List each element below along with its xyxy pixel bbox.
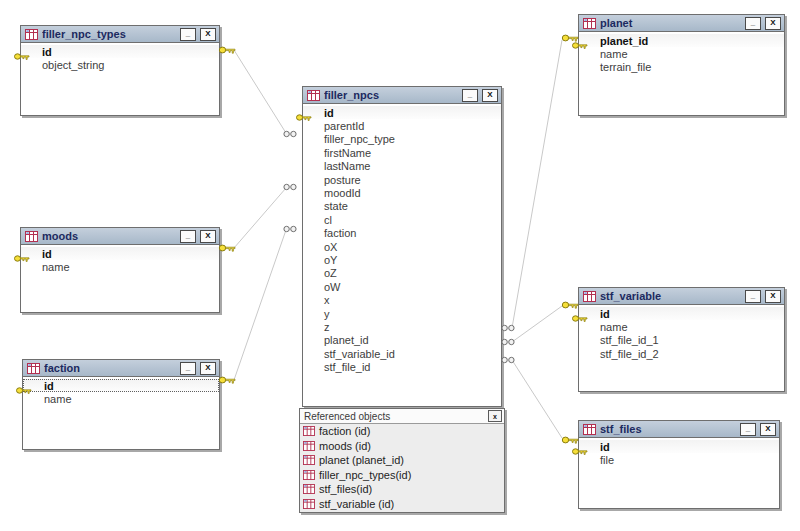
field-row[interactable]: oZ [303,267,501,280]
relationship-filler_npc_types-filler_npcs[interactable] [219,47,296,137]
minimize-button[interactable]: _ [740,423,756,436]
field-row[interactable]: id [579,307,784,320]
table-window-faction[interactable]: faction _ X id name [22,359,220,450]
field-name: faction [324,227,356,239]
field-name: file [600,454,614,466]
field-row[interactable]: lastName [303,160,501,173]
close-icon[interactable]: x [488,410,502,422]
field-row[interactable]: stf_variable_id [303,347,501,360]
field-row[interactable]: name [579,320,784,333]
close-button[interactable]: X [200,230,216,243]
field-name: object_string [42,59,104,71]
field-row[interactable]: posture [303,173,501,186]
field-row[interactable]: planet_id [303,334,501,347]
field-row[interactable]: y [303,307,501,320]
relationship-faction-filler_npcs[interactable] [219,226,296,383]
table-window-planet[interactable]: planet _ X planet_id name terrain_file [578,14,785,116]
field-row[interactable]: firstName [303,146,501,159]
table-icon [303,484,315,494]
field-list: id parentId filler_npc_type firstName la… [303,104,501,374]
referenced-objects-title: Referenced objects [304,411,488,422]
referenced-objects-header[interactable]: Referenced objects x [300,409,504,424]
field-list: id file [579,438,779,467]
field-row[interactable]: oX [303,240,501,253]
field-list: planet_id name terrain_file [579,32,784,74]
table-titlebar[interactable]: filler_npc_types _ X [21,26,219,43]
minimize-button[interactable]: _ [180,28,196,41]
field-row[interactable]: stf_file_id_2 [579,347,784,360]
close-button[interactable]: X [760,423,776,436]
table-titlebar[interactable]: filler_npcs _ X [303,87,501,104]
field-row[interactable]: state [303,200,501,213]
field-name: id [44,380,54,392]
referenced-object-item[interactable]: stf_variable (id) [300,497,504,512]
close-button[interactable]: X [765,17,781,30]
field-row[interactable]: stf_file_id_1 [579,334,784,347]
minimize-button[interactable]: _ [745,17,761,30]
table-icon [303,455,315,465]
table-title: planet [600,17,741,29]
close-button[interactable]: X [482,89,498,102]
field-row[interactable]: cl [303,213,501,226]
field-row[interactable]: name [23,392,219,405]
field-row[interactable]: object_string [21,58,219,71]
referenced-object-item[interactable]: stf_files(id) [300,482,504,497]
table-icon [303,441,315,451]
field-row[interactable]: id [21,247,219,260]
table-titlebar[interactable]: planet _ X [579,15,784,32]
field-row[interactable]: name [579,47,784,60]
table-titlebar[interactable]: stf_files _ X [579,421,779,438]
close-button[interactable]: X [200,362,216,375]
close-button[interactable]: X [200,28,216,41]
field-row[interactable]: name [21,260,219,273]
table-title: filler_npcs [324,89,458,101]
referenced-object-item[interactable]: faction (id) [300,424,504,439]
table-icon [583,424,596,435]
referenced-object-item[interactable]: filler_npc_types(id) [300,468,504,483]
table-title: stf_files [600,423,736,435]
referenced-objects-panel[interactable]: Referenced objects x faction (id) moods … [299,408,505,513]
close-button[interactable]: X [765,290,781,303]
table-titlebar[interactable]: stf_variable _ X [579,288,784,305]
relationship-stf_files-filler_npcs[interactable] [502,357,578,443]
field-row[interactable]: oW [303,280,501,293]
field-row[interactable]: id [303,106,501,119]
field-row[interactable]: z [303,320,501,333]
table-window-filler_npcs[interactable]: filler_npcs _ X id parentId filler_npc_t… [302,86,502,407]
referenced-object-item[interactable]: planet (planet_id) [300,453,504,468]
table-window-filler_npc_types[interactable]: filler_npc_types _ X id object_string [20,25,220,116]
relationship-planet-filler_npcs[interactable] [502,35,578,331]
field-row[interactable]: filler_npc_type [303,133,501,146]
diagram-canvas: { "diagram": { "window_buttons": { "mini… [0,0,800,531]
relationship-stf_variable-filler_npcs[interactable] [502,302,578,345]
referenced-object-item[interactable]: moods (id) [300,439,504,454]
table-window-stf_variable[interactable]: stf_variable _ X id name stf_file_id_1 s… [578,287,785,392]
minimize-button[interactable]: _ [180,230,196,243]
field-row[interactable]: id [23,379,219,392]
minimize-button[interactable]: _ [745,290,761,303]
table-titlebar[interactable]: moods _ X [21,228,219,245]
relationship-moods-filler_npcs[interactable] [219,184,296,251]
field-name: z [324,321,330,333]
field-row[interactable]: file [579,453,779,466]
field-row[interactable]: terrain_file [579,61,784,74]
field-name: oY [324,254,337,266]
minimize-button[interactable]: _ [462,89,478,102]
field-row[interactable]: faction [303,227,501,240]
field-name: stf_variable_id [324,348,395,360]
field-row[interactable]: id [21,45,219,58]
field-row[interactable]: id [579,440,779,453]
field-row[interactable]: planet_id [579,34,784,47]
field-row[interactable]: oY [303,253,501,266]
field-row[interactable]: parentId [303,119,501,132]
field-row[interactable]: moodId [303,186,501,199]
minimize-button[interactable]: _ [180,362,196,375]
field-name: moodId [324,187,361,199]
table-window-moods[interactable]: moods _ X id name [20,227,220,313]
table-titlebar[interactable]: faction _ X [23,360,219,377]
field-name: id [600,308,610,320]
table-title: filler_npc_types [42,28,176,40]
field-row[interactable]: x [303,293,501,306]
table-window-stf_files[interactable]: stf_files _ X id file [578,420,780,509]
field-row[interactable]: stf_file_id [303,360,501,373]
